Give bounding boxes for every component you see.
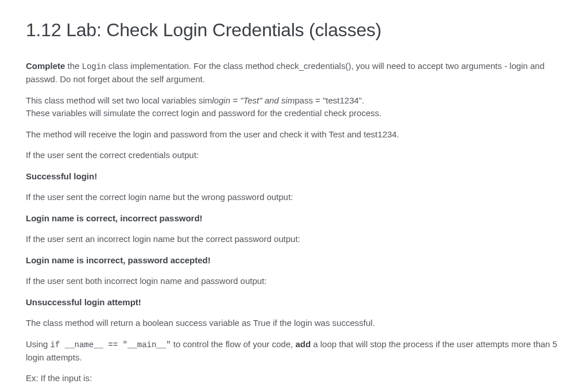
case-wrong-password-intro: If the user sent the correct login name … (26, 191, 562, 204)
method-description: The method will receive the login and pa… (26, 128, 562, 141)
case-both-wrong-intro: If the user sent both incorrect login na… (26, 275, 562, 288)
case-wrong-login-intro: If the user sent an incorrect login name… (26, 233, 562, 246)
text: pass = "test1234". (295, 95, 364, 105)
text: the (65, 61, 82, 71)
example-label: Ex: If the input is: (26, 372, 562, 384)
output-wrong-login: Login name is incorrect, password accept… (26, 254, 562, 267)
output-successful: Successful login! (26, 170, 562, 183)
main-guard-paragraph: Using if __name__ == "__main__" to contr… (26, 338, 562, 364)
case-correct-intro: If the user sent the correct credentials… (26, 149, 562, 162)
text: These variables will simulate the correc… (26, 108, 381, 118)
return-value-description: The class method will return a boolean s… (26, 317, 562, 330)
text: to control the flow of your code, (171, 339, 296, 349)
text: Using (26, 339, 51, 349)
document-page: 1.12 Lab: Check Login Credentials (class… (0, 0, 588, 384)
italic-segment: login = "Test" and sim (212, 95, 295, 105)
complete-word: Complete (26, 61, 65, 71)
login-classname-code: Login (82, 62, 106, 71)
text: This class method will set two local var… (26, 95, 212, 105)
add-word: add (295, 339, 311, 349)
output-wrong-password: Login name is correct, incorrect passwor… (26, 212, 562, 225)
page-title: 1.12 Lab: Check Login Credentials (class… (26, 16, 562, 44)
output-unsuccessful: Unsuccessful login attempt! (26, 296, 562, 309)
intro-paragraph: Complete the Login class implementation.… (26, 60, 562, 86)
variable-setup-paragraph: This class method will set two local var… (26, 94, 562, 120)
main-guard-code: if __name__ == "__main__" (51, 340, 171, 350)
